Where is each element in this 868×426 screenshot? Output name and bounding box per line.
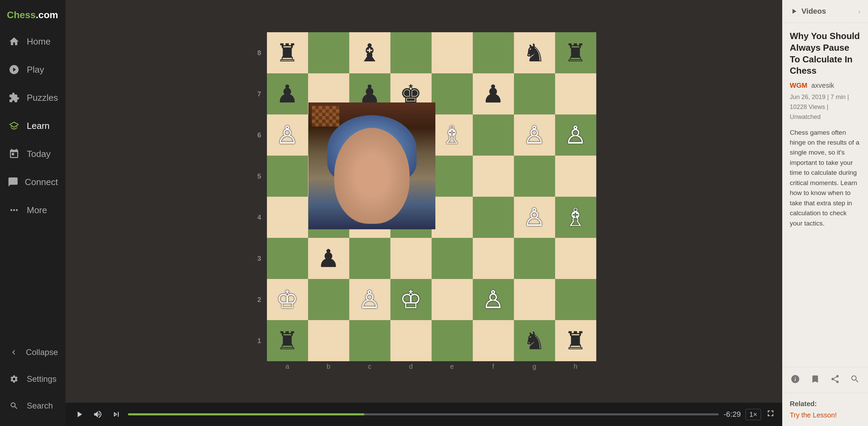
piece-8h: ♜	[564, 40, 587, 65]
panel-arrow[interactable]: ›	[858, 8, 860, 15]
rank-label-5: 5	[252, 156, 267, 197]
piece-4g: ♙	[523, 205, 546, 230]
piece-6e: ♗	[441, 123, 463, 147]
board-cell-1d[interactable]	[390, 320, 432, 361]
search-icon	[8, 399, 21, 412]
rank-label-1: 1	[252, 320, 267, 361]
settings-icon	[8, 373, 21, 386]
sidebar-item-learn[interactable]: Learn	[0, 112, 66, 140]
fullscreen-button[interactable]	[766, 409, 775, 420]
board-cell-5a[interactable]	[267, 156, 308, 197]
board-cell-5e[interactable]	[432, 156, 473, 197]
related-link[interactable]: Try the Lesson!	[790, 411, 837, 419]
board-cell-4f[interactable]	[473, 197, 514, 238]
progress-bar[interactable]	[128, 413, 719, 415]
video-duration: 7 min	[831, 94, 846, 100]
board-cell-8h[interactable]: ♜	[555, 32, 596, 73]
board-cell-1e[interactable]	[432, 320, 473, 361]
board-cell-2c[interactable]: ♙	[349, 279, 390, 320]
board-cell-2d[interactable]: ♔	[390, 279, 432, 320]
board-cell-1f[interactable]	[473, 320, 514, 361]
board-cell-5h[interactable]	[555, 156, 596, 197]
board-cell-8g[interactable]: ♞	[514, 32, 555, 73]
board-cell-3f[interactable]	[473, 238, 514, 279]
piece-8g: ♞	[523, 40, 546, 65]
board-cell-3h[interactable]	[555, 238, 596, 279]
piece-2f: ♙	[482, 287, 504, 312]
board-cell-3d[interactable]	[390, 238, 432, 279]
file-f: f	[473, 361, 514, 370]
board-cell-1c[interactable]	[349, 320, 390, 361]
board-cell-2a[interactable]: ♔	[267, 279, 308, 320]
sidebar-item-play[interactable]: Play	[0, 56, 66, 84]
board-cell-5f[interactable]	[473, 156, 514, 197]
piece-2c: ♙	[359, 287, 381, 312]
sidebar: Chess.com Home Play Puzzles Learn	[0, 0, 66, 426]
board-cell-4h[interactable]: ♗	[555, 197, 596, 238]
board-cell-1g[interactable]: ♞	[514, 320, 555, 361]
share-icon[interactable]	[830, 374, 840, 386]
board-cell-3e[interactable]	[432, 238, 473, 279]
piece-8a: ♜	[276, 40, 298, 65]
board-cell-2b[interactable]	[308, 279, 349, 320]
volume-button[interactable]	[91, 407, 105, 421]
piece-7a: ♟	[276, 82, 298, 106]
sidebar-item-home[interactable]: Home	[0, 27, 66, 56]
time-display: -6:29	[724, 410, 741, 419]
piece-2d: ♔	[400, 287, 422, 312]
info-icon[interactable]	[790, 374, 800, 386]
play-pause-button[interactable]	[72, 407, 86, 421]
board-cell-8c[interactable]: ♝	[349, 32, 390, 73]
piece-1h: ♜	[564, 328, 587, 353]
board-cell-4g[interactable]: ♙	[514, 197, 555, 238]
board-cell-3b[interactable]: ♟	[308, 238, 349, 279]
search-zoom-icon[interactable]	[850, 374, 860, 386]
board-cell-1b[interactable]	[308, 320, 349, 361]
board-cell-2h[interactable]	[555, 279, 596, 320]
board-cell-1a[interactable]: ♜	[267, 320, 308, 361]
board-cell-7g[interactable]	[514, 73, 555, 114]
file-h: h	[555, 361, 596, 370]
sidebar-item-today[interactable]: Today	[0, 140, 66, 168]
board-cell-2f[interactable]: ♙	[473, 279, 514, 320]
board-cell-5g[interactable]	[514, 156, 555, 197]
sidebar-item-settings[interactable]: Settings	[0, 366, 66, 392]
board-cell-6e[interactable]: ♗	[432, 114, 473, 156]
today-label: Today	[27, 149, 50, 159]
board-cell-7h[interactable]	[555, 73, 596, 114]
board-cell-8b[interactable]	[308, 32, 349, 73]
board-cell-6g[interactable]: ♙	[514, 114, 555, 156]
today-icon	[8, 147, 21, 160]
home-icon	[8, 35, 21, 48]
board-cell-7f[interactable]: ♟	[473, 73, 514, 114]
board-cell-6f[interactable]	[473, 114, 514, 156]
play-icon	[8, 63, 21, 76]
board-cell-7e[interactable]	[432, 73, 473, 114]
board-cell-8f[interactable]	[473, 32, 514, 73]
board-cell-3a[interactable]	[267, 238, 308, 279]
board-cell-4e[interactable]	[432, 197, 473, 238]
board-cell-6a[interactable]: ♙	[267, 114, 308, 156]
board-cell-2e[interactable]	[432, 279, 473, 320]
board-cell-1h[interactable]: ♜	[555, 320, 596, 361]
board-cell-2g[interactable]	[514, 279, 555, 320]
sidebar-item-collapse[interactable]: Collapse	[0, 339, 66, 366]
board-cell-4a[interactable]	[267, 197, 308, 238]
sidebar-item-more[interactable]: More	[0, 196, 66, 224]
board-cell-7a[interactable]: ♟	[267, 73, 308, 114]
board-cell-8a[interactable]: ♜	[267, 32, 308, 73]
speed-button[interactable]: 1×	[746, 409, 761, 420]
bookmark-icon[interactable]	[810, 374, 820, 386]
sidebar-item-puzzles[interactable]: Puzzles	[0, 84, 66, 112]
board-cell-8e[interactable]	[432, 32, 473, 73]
board-cell-3g[interactable]	[514, 238, 555, 279]
board-cell-8d[interactable]	[390, 32, 432, 73]
sidebar-item-connect[interactable]: Connect	[0, 168, 66, 196]
piece-6h: ♙	[564, 123, 587, 147]
piece-4h: ♗	[564, 205, 587, 230]
skip-button[interactable]	[109, 407, 123, 421]
board-cell-6h[interactable]: ♙	[555, 114, 596, 156]
board-cell-3c[interactable]	[349, 238, 390, 279]
board-container: 8♜♝♞♜7♟♟♚♟6♙♙♙♗♙♙54♙♗3♟2♔♙♔♙1♜♞♜ a b c d…	[252, 32, 596, 370]
sidebar-item-search[interactable]: Search	[0, 392, 66, 419]
